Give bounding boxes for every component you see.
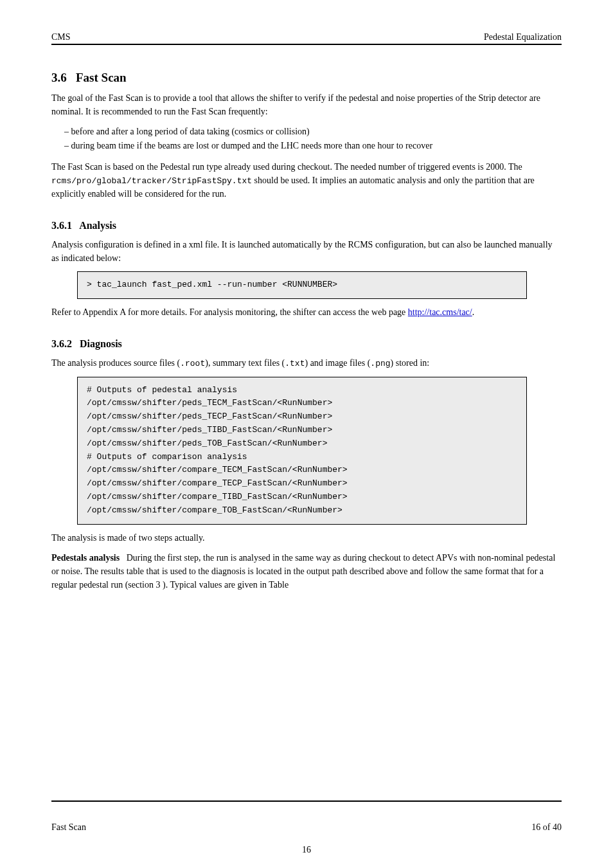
list-item: before and after a long period of data t… (64, 125, 562, 139)
page: CMS Pedestal Equalization 3.6 Fast Scan … (0, 0, 613, 868)
header-left: CMS (51, 32, 71, 42)
code-box-analysis: > tac_launch fast_ped.xml --run-number <… (77, 271, 527, 299)
subsection-title: Diagnosis (80, 338, 122, 349)
intro-paragraph-2: The Fast Scan is based on the Pedestal r… (51, 160, 562, 201)
footer-right: 16 of 40 (531, 822, 562, 833)
divider-top (51, 44, 562, 45)
diagnosis-paragraph-2: The analysis is made of two steps actual… (51, 531, 562, 545)
intro-bullets: before and after a long period of data t… (64, 125, 562, 154)
footer: Fast Scan 16 of 40 (51, 822, 562, 833)
tac-link[interactable]: http://tac.cms/tac/ (408, 307, 472, 317)
subsection-heading-analysis: 3.6.1 Analysis (51, 220, 562, 231)
inline-code: .png (370, 359, 390, 368)
inline-code: .txt (285, 359, 305, 368)
section-ref: 3 (156, 580, 161, 590)
analysis-text-before: Analysis configuration is defined in a x… (51, 238, 562, 265)
code-box-diagnosis: # Outputs of pedestal analysis /opt/cmss… (77, 377, 527, 525)
header-row: CMS Pedestal Equalization (51, 32, 562, 42)
footer-left: Fast Scan (51, 822, 86, 833)
inline-code: .root (180, 359, 205, 368)
section-number: 3.6 (51, 71, 67, 84)
header-right: Pedestal Equalization (484, 32, 562, 42)
pedestals-label: Pedestals analysis (51, 553, 120, 563)
section-heading: 3.6 Fast Scan (51, 71, 562, 85)
analysis-text-after: Refer to Appendix A for more details. Fo… (51, 305, 562, 319)
list-item: during beam time if the beams are lost o… (64, 139, 562, 153)
pedestals-paragraph: Pedestals analysis During the first step… (51, 551, 562, 592)
subsection-heading-diagnosis: 3.6.2 Diagnosis (51, 338, 562, 350)
subsection-number: 3.6.1 (51, 220, 72, 231)
subsection-title: Analysis (79, 220, 116, 231)
subsection-number: 3.6.2 (51, 338, 72, 349)
section-title: Fast Scan (76, 71, 127, 84)
inline-code: rcms/pro/global/tracker/StripFastSpy.txt (51, 176, 252, 186)
appendix-ref: A (120, 307, 125, 317)
page-number: 16 (0, 845, 613, 855)
divider-bottom (51, 800, 562, 802)
diagnosis-paragraph-1: The analysis produces source files (.roo… (51, 356, 562, 370)
intro-paragraph-1: The goal of the Fast Scan is to provide … (51, 91, 562, 118)
